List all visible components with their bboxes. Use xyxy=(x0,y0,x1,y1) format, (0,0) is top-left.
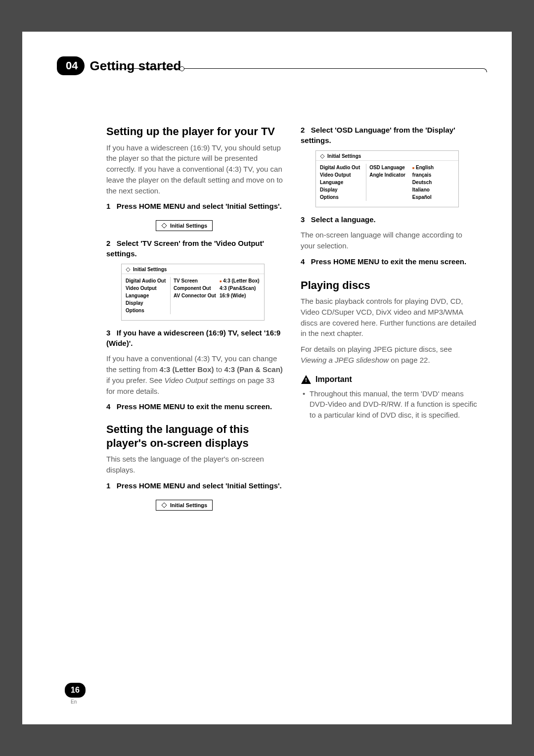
step-number: 1 xyxy=(106,202,110,210)
right-column: 2 Select 'OSD Language' from the 'Displa… xyxy=(301,125,477,518)
svg-marker-1 xyxy=(126,268,130,272)
diamond-icon xyxy=(126,267,131,272)
step-text: Select 'TV Screen' from the 'Video Outpu… xyxy=(106,239,264,258)
osd-body: Digital Audio Out Video Output Language … xyxy=(122,274,264,320)
step-number: 2 xyxy=(301,126,305,134)
diamond-icon xyxy=(161,502,167,508)
osd-item: Video Output xyxy=(320,171,362,179)
osd-item-selected: 4:3 (Letter Box) xyxy=(220,277,260,284)
left-column: Setting up the player for your TV If you… xyxy=(106,125,283,518)
osd-item: Italiano xyxy=(412,186,454,193)
svg-text:!: ! xyxy=(305,377,307,383)
step-number: 4 xyxy=(301,257,305,266)
heading-setup-tv: Setting up the player for your TV xyxy=(106,125,283,139)
text-fragment: if you prefer. See xyxy=(106,376,165,384)
osd-item: 16:9 (Wide) xyxy=(220,292,260,299)
step-text: Select a language. xyxy=(311,215,376,224)
text-bold: 4:3 (Pan & Scan) xyxy=(224,365,282,374)
osd-item: Options xyxy=(320,193,362,201)
diamond-icon xyxy=(161,223,167,229)
chapter-number-badge: 04 xyxy=(57,56,85,75)
osd-title: Initial Settings xyxy=(327,153,361,159)
warning-triangle-icon: ! xyxy=(301,375,312,384)
svg-marker-3 xyxy=(320,154,324,158)
step-number: 4 xyxy=(106,402,110,411)
page-number-badge: 16 xyxy=(65,683,86,698)
important-label: Important xyxy=(315,375,352,384)
osd-title: Initial Settings xyxy=(133,267,167,272)
osd-col-settings: TV Screen Component Out AV Connector Out xyxy=(170,277,216,314)
chapter-header: 04 Getting started xyxy=(57,56,477,75)
osd-body: Digital Audio Out Video Output Language … xyxy=(316,161,458,207)
setup-step-3: 3 If you have a widescreen (16:9) TV, se… xyxy=(106,328,283,348)
step-number: 3 xyxy=(106,329,110,337)
text-fragment: For details on playing JPEG picture disc… xyxy=(301,345,452,353)
lang-step-3-body: The on-screen language will change accor… xyxy=(301,230,477,251)
step-text: If you have a widescreen (16:9) TV, sele… xyxy=(106,329,280,347)
step-text: Press HOME MENU and select 'Initial Sett… xyxy=(117,202,282,210)
osd-col-values: English français Deutsch Italiano Españo… xyxy=(412,164,454,201)
diamond-icon xyxy=(320,154,325,159)
step-text: Press HOME MENU to exit the menu screen. xyxy=(311,257,466,266)
osd-item: français xyxy=(412,171,454,179)
osd-item: Deutsch xyxy=(412,179,454,186)
osd-title-row: Initial Settings xyxy=(122,264,264,274)
svg-marker-2 xyxy=(162,503,167,508)
lang-step-4: 4 Press HOME MENU to exit the menu scree… xyxy=(301,256,477,267)
text-bold: 4:3 (Letter Box) xyxy=(160,365,214,374)
osd-item: Language xyxy=(126,292,166,299)
osd-item: Display xyxy=(126,299,166,307)
osd-item: AV Connector Out xyxy=(174,292,216,299)
heading-playing-discs: Playing discs xyxy=(301,279,477,292)
osd-panel-osd-language: Initial Settings Digital Audio Out Video… xyxy=(315,150,459,207)
initial-settings-chip: Initial Settings xyxy=(156,500,213,511)
important-bullet-list: Throughout this manual, the term 'DVD' m… xyxy=(301,388,477,421)
osd-item-selected: English xyxy=(412,164,454,171)
playing-discs-p1: The basic playback controls for playing … xyxy=(301,296,477,339)
step-text: Press HOME MENU to exit the menu screen. xyxy=(117,402,272,411)
osd-item: TV Screen xyxy=(174,277,216,284)
step-number: 2 xyxy=(106,239,110,247)
lang-step-3: 3 Select a language. xyxy=(301,214,477,225)
osd-item: Component Out xyxy=(174,284,216,292)
chip-label: Initial Settings xyxy=(170,223,207,229)
osd-col-categories: Digital Audio Out Video Output Language … xyxy=(320,164,362,201)
text-italic: Viewing a JPEG slideshow xyxy=(301,356,389,364)
osd-item: Digital Audio Out xyxy=(126,277,166,284)
osd-item: Digital Audio Out xyxy=(320,164,362,171)
important-heading-row: ! Important xyxy=(301,375,477,384)
chip-label: Initial Settings xyxy=(170,502,207,508)
osd-title-row: Initial Settings xyxy=(316,151,458,161)
text-italic: Video Output settings xyxy=(165,376,235,384)
setup-intro-paragraph: If you have a widescreen (16:9) TV, you … xyxy=(106,142,283,196)
step-text: Press HOME MENU and select 'Initial Sett… xyxy=(117,481,282,490)
svg-marker-0 xyxy=(162,223,167,228)
lang-step-2: 2 Select 'OSD Language' from the 'Displa… xyxy=(301,125,477,145)
osd-item: Angle Indicator xyxy=(369,171,408,179)
setup-step-4: 4 Press HOME MENU to exit the menu scree… xyxy=(106,401,283,412)
osd-col-settings: OSD Language Angle Indicator xyxy=(366,164,408,201)
header-divider xyxy=(111,68,487,72)
osd-item: Video Output xyxy=(126,284,166,292)
lang-step-1: 1 Press HOME MENU and select 'Initial Se… xyxy=(106,480,283,491)
manual-page: 04 Getting started Setting up the player… xyxy=(22,32,512,724)
osd-col-categories: Digital Audio Out Video Output Language … xyxy=(126,277,166,314)
step-number: 3 xyxy=(301,215,305,224)
initial-settings-chip: Initial Settings xyxy=(156,220,213,231)
step-text: Select 'OSD Language' from the 'Display'… xyxy=(301,126,455,144)
setup-step-2: 2 Select 'TV Screen' from the 'Video Out… xyxy=(106,238,283,259)
osd-item: Language xyxy=(320,179,362,186)
osd-item: 4:3 (Pan&Scan) xyxy=(220,284,260,292)
step-number: 1 xyxy=(106,481,110,490)
important-bullet-item: Throughout this manual, the term 'DVD' m… xyxy=(303,388,477,421)
osd-item: OSD Language xyxy=(369,164,408,171)
osd-col-values: 4:3 (Letter Box) 4:3 (Pan&Scan) 16:9 (Wi… xyxy=(220,277,260,314)
text-fragment: on page 22. xyxy=(389,356,430,364)
setup-step-3-body: If you have a conventional (4:3) TV, you… xyxy=(106,353,283,396)
text-fragment: to xyxy=(214,365,224,374)
page-language-code: En xyxy=(71,699,77,705)
osd-item: Español xyxy=(412,193,454,201)
osd-panel-video-output: Initial Settings Digital Audio Out Video… xyxy=(121,264,265,321)
osd-item: Options xyxy=(126,307,166,314)
content-columns: Setting up the player for your TV If you… xyxy=(57,125,477,518)
